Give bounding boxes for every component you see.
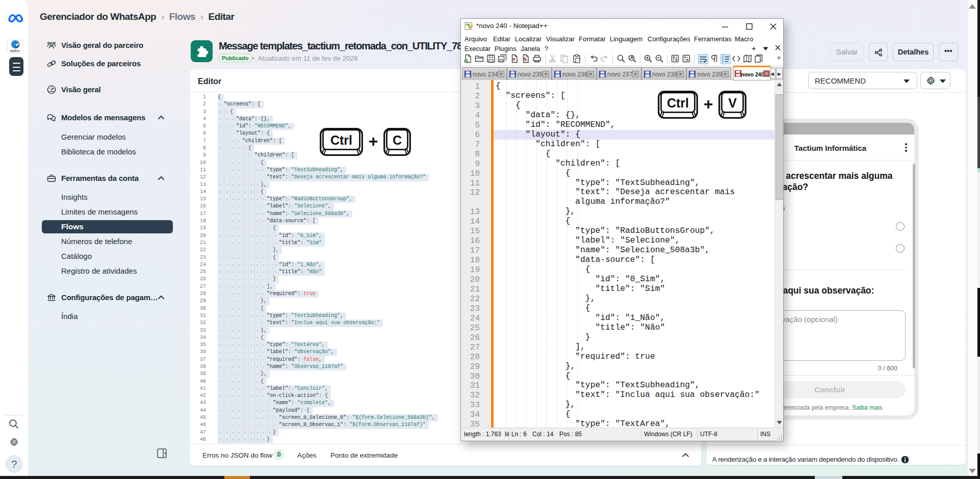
svg-text:C: C <box>393 133 402 147</box>
svg-text:Ctrl: Ctrl <box>667 96 689 110</box>
svg-text:+: + <box>369 132 378 150</box>
svg-text:+: + <box>704 95 713 113</box>
svg-text:V: V <box>728 96 737 110</box>
svg-text:Ctrl: Ctrl <box>330 133 352 147</box>
